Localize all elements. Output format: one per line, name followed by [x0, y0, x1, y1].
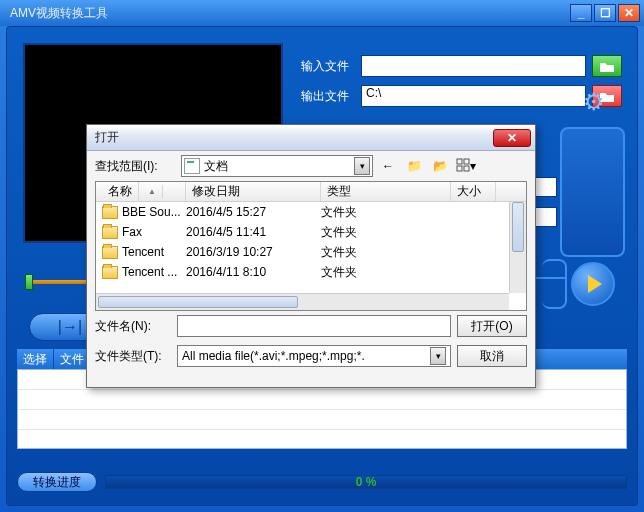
gear-icon[interactable]: ⚙ — [579, 87, 609, 117]
input-file-field[interactable] — [361, 55, 586, 77]
minimize-button[interactable]: _ — [570, 4, 592, 22]
open-file-dialog: 打开 ✕ 查找范围(I): 文档 ▾ ← 📁 📂 ▾ 名称▲ 修改日期 类型 大… — [86, 124, 536, 388]
scrollbar-thumb[interactable] — [512, 202, 524, 252]
col-type[interactable]: 类型 — [321, 182, 451, 201]
cancel-button[interactable]: 取消 — [457, 345, 527, 367]
new-folder-button[interactable]: 📂 — [429, 155, 451, 177]
open-button[interactable]: 打开(O) — [457, 315, 527, 337]
document-folder-icon — [184, 158, 200, 174]
progress-label: 转换进度 — [17, 472, 97, 492]
folder-icon — [102, 226, 118, 239]
lookin-combo[interactable]: 文档 ▾ — [181, 155, 373, 177]
lookin-value: 文档 — [204, 158, 228, 175]
dialog-title: 打开 — [91, 129, 493, 146]
list-header: 名称▲ 修改日期 类型 大小 — [96, 182, 526, 202]
view-menu-button[interactable]: ▾ — [455, 155, 477, 177]
svg-rect-0 — [457, 159, 462, 164]
list-item[interactable]: BBE Sou...2016/4/5 15:27文件夹 — [96, 202, 526, 222]
list-item[interactable]: Fax2016/4/5 11:41文件夹 — [96, 222, 526, 242]
filetype-row: 文件类型(T): All media file(*.avi;*.mpeg;*.m… — [87, 341, 535, 371]
vertical-scrollbar[interactable] — [509, 202, 526, 293]
progress-bar: 0 % — [105, 475, 627, 489]
grid-row — [18, 390, 626, 410]
lookin-row: 查找范围(I): 文档 ▾ ← 📁 📂 ▾ — [87, 151, 535, 181]
svg-rect-1 — [464, 159, 469, 164]
list-item[interactable]: Tencent2016/3/19 10:27文件夹 — [96, 242, 526, 262]
input-file-label: 输入文件 — [301, 58, 361, 75]
slider-thumb[interactable] — [25, 274, 33, 290]
up-folder-button[interactable]: 📁 — [403, 155, 425, 177]
filename-row: 文件名(N): 打开(O) — [87, 311, 535, 341]
folder-icon — [102, 206, 118, 219]
back-button[interactable]: ← — [377, 155, 399, 177]
filename-input[interactable] — [177, 315, 451, 337]
view-grid-icon — [456, 158, 470, 174]
output-file-field[interactable]: C:\ — [361, 85, 586, 107]
grid-row — [18, 410, 626, 430]
chevron-down-icon[interactable]: ▾ — [430, 347, 446, 365]
browse-input-button[interactable] — [592, 55, 622, 77]
col-select[interactable]: 选择 — [17, 349, 54, 369]
folder-open-icon — [599, 60, 615, 72]
settings-panel — [560, 127, 625, 257]
svg-rect-2 — [457, 166, 462, 171]
play-button[interactable] — [571, 262, 615, 306]
progress-bar-row: 转换进度 0 % — [17, 471, 627, 493]
col-date[interactable]: 修改日期 — [186, 182, 321, 201]
dialog-titlebar[interactable]: 打开 ✕ — [87, 125, 535, 151]
input-file-row: 输入文件 — [301, 55, 622, 77]
filetype-combo[interactable]: All media file(*.avi;*.mpeg;*.mpg;*. ▾ — [177, 345, 451, 367]
file-list[interactable]: 名称▲ 修改日期 类型 大小 BBE Sou...2016/4/5 15:27文… — [95, 181, 527, 311]
close-button[interactable]: ✕ — [618, 4, 640, 22]
col-name[interactable]: 名称▲ — [96, 182, 186, 201]
maximize-button[interactable]: ☐ — [594, 4, 616, 22]
col-size[interactable]: 大小 — [451, 182, 496, 201]
app-window: AMV视频转换工具 _ ☐ ✕ 输入文件 输出文件 C:\ ⚙ — [0, 0, 644, 512]
progress-percent: 0 % — [356, 475, 377, 489]
decor-wire — [542, 259, 567, 309]
lookin-label: 查找范围(I): — [95, 158, 177, 175]
chevron-down-icon[interactable]: ▾ — [354, 157, 370, 175]
app-title: AMV视频转换工具 — [4, 5, 568, 22]
list-item[interactable]: Tencent ...2016/4/11 8:10文件夹 — [96, 262, 526, 282]
filetype-label: 文件类型(T): — [95, 348, 171, 365]
filename-label: 文件名(N): — [95, 318, 171, 335]
titlebar[interactable]: AMV视频转换工具 _ ☐ ✕ — [0, 0, 644, 26]
horizontal-scrollbar[interactable] — [96, 293, 509, 310]
folder-icon — [102, 266, 118, 279]
svg-rect-3 — [464, 166, 469, 171]
folder-icon — [102, 246, 118, 259]
output-file-label: 输出文件 — [301, 88, 361, 105]
scrollbar-thumb[interactable] — [98, 296, 298, 308]
dialog-close-button[interactable]: ✕ — [493, 129, 531, 147]
output-file-row: 输出文件 C:\ — [301, 85, 622, 107]
